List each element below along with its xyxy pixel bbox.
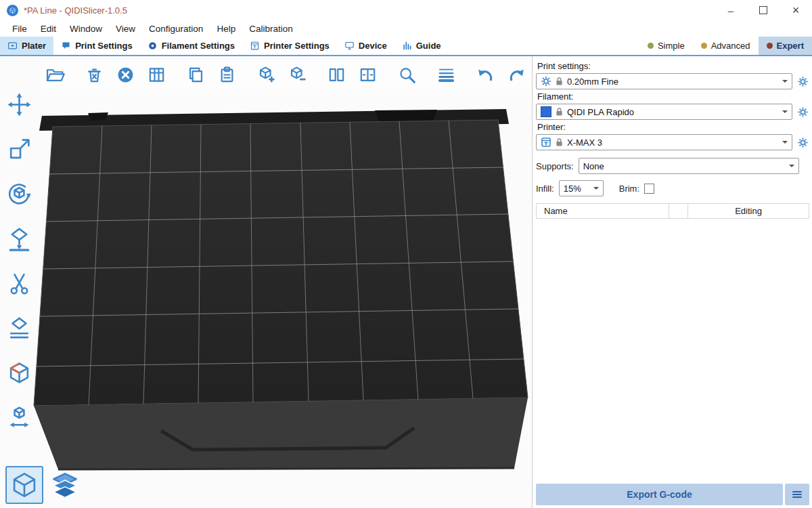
split-parts-icon [358,65,378,85]
window-title: *PA Line - QIDISlicer-1.0.5 [24,5,715,16]
infill-label: Infill: [536,184,554,194]
rotate-icon [7,182,32,207]
column-header-name: Name [536,203,669,219]
split-objects-button[interactable] [323,62,349,87]
simple-mode-dot-icon [648,43,654,49]
copy-button[interactable] [183,62,208,87]
tab-label: Printer Settings [264,41,330,51]
sliders-icon [792,489,803,500]
menu-item-edit[interactable]: Edit [34,22,63,36]
split-parts-button[interactable] [355,62,380,87]
trash-icon [85,65,104,85]
scissors-icon [7,271,32,296]
menu-item-window[interactable]: Window [63,22,109,36]
mode-label: Expert [777,41,804,51]
scale-tool-button[interactable] [3,133,35,165]
distance-tool-button[interactable] [3,402,35,433]
tab-label: Plater [22,41,46,51]
arrange-button[interactable] [143,62,169,87]
mode-simple[interactable]: Simple [639,37,693,55]
printer-value: X-MAX 3 [567,137,602,148]
gear-icon [797,106,809,118]
tab-plater[interactable]: Plater [0,37,53,55]
tab-device[interactable]: Device [337,37,394,55]
expert-mode-dot-icon [767,43,773,49]
split-objects-icon [327,65,346,85]
delete-all-button[interactable] [112,62,138,87]
chevron-down-icon [789,165,794,170]
menu-item-view[interactable]: View [109,22,142,36]
3d-editor-cube-icon [10,471,39,499]
plater-icon [7,41,18,51]
move-tool-button[interactable] [3,89,35,120]
supports-value: None [583,161,604,171]
redo-arrow-icon [507,65,526,85]
maximize-icon [759,6,767,14]
tab-printer-settings[interactable]: Printer Settings [242,37,337,55]
3d-viewport[interactable] [0,56,532,508]
chevron-down-icon [593,187,599,192]
search-button[interactable] [394,62,420,87]
chevron-down-icon [782,110,788,116]
tab-filament-settings[interactable]: Filament Settings [140,37,242,55]
rotate-tool-button[interactable] [3,178,35,209]
remove-instance-button[interactable] [284,62,310,87]
build-plate-scene [0,56,532,508]
plater-toolbar [41,60,531,89]
lock-icon [556,77,563,86]
menu-item-calibration[interactable]: Calibration [242,22,300,36]
maximize-button[interactable] [747,0,780,20]
cut-tool-button[interactable] [3,268,35,299]
menu-bar: File Edit Window View Configuration Help… [0,20,812,37]
export-gcode-button[interactable]: Export G-code [536,484,783,505]
tab-label: Filament Settings [162,41,235,51]
print-settings-combo[interactable]: 0.20mm Fine [536,73,792,89]
preview-view-button[interactable] [47,467,83,503]
undo-arrow-icon [476,65,495,85]
tab-label: Device [359,41,387,51]
printer-settings-icon [250,41,260,51]
measure-tool-button[interactable] [3,357,35,388]
variable-layer-height-button[interactable] [433,62,459,87]
printer-gear-button[interactable] [796,135,809,149]
remove-instance-icon [288,65,307,85]
menu-item-configuration[interactable]: Configuration [142,22,210,36]
redo-button[interactable] [503,62,529,87]
export-options-button[interactable] [785,484,809,505]
main-tab-bar: Plater Print Settings Filament Settings … [0,37,812,56]
filament-combo[interactable]: QIDI PLA Rapido [536,104,792,120]
minimize-button[interactable]: – [715,0,747,20]
supports-combo[interactable]: None [579,158,799,174]
open-file-button[interactable] [42,62,68,87]
search-icon [397,65,417,85]
tab-print-settings[interactable]: Print Settings [53,37,140,55]
add-instance-button[interactable] [253,62,279,87]
infill-combo[interactable]: 15% [559,180,604,196]
undo-button[interactable] [472,62,498,87]
seam-paint-icon [7,316,32,341]
editor-view-button[interactable] [5,466,43,504]
gear-icon [797,76,809,87]
printer-label: Printer: [537,122,808,132]
print-settings-icon [61,41,71,51]
tab-guide[interactable]: Guide [394,37,449,55]
scale-icon [7,137,32,162]
printer-combo[interactable]: X-MAX 3 [536,134,792,150]
lock-icon [556,137,563,147]
place-on-face-tool-button[interactable] [3,223,35,254]
mode-advanced[interactable]: Advanced [693,37,759,55]
close-button[interactable]: × [780,0,812,20]
brim-checkbox[interactable] [644,184,654,194]
tab-label: Print Settings [75,41,133,51]
delete-button[interactable] [81,62,107,87]
paste-button[interactable] [214,62,240,87]
device-icon [344,41,355,51]
filament-gear-button[interactable] [796,105,809,119]
add-instance-icon [256,65,276,85]
menu-item-file[interactable]: File [5,22,34,36]
mode-expert[interactable]: Expert [759,37,812,55]
seam-paint-tool-button[interactable] [3,312,35,343]
menu-item-help[interactable]: Help [210,22,242,36]
infill-value: 15% [564,184,581,194]
print-settings-gear-button[interactable] [796,75,809,88]
